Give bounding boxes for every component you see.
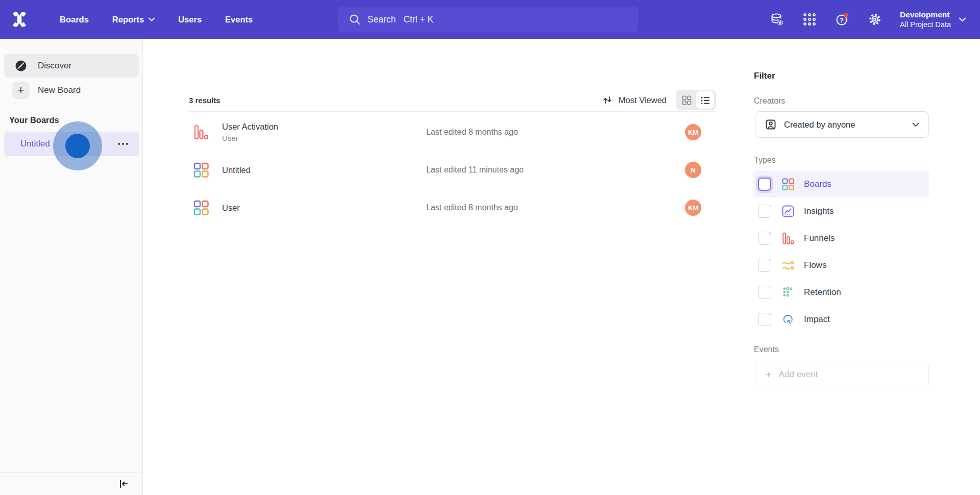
- plus-icon: +: [766, 369, 772, 380]
- type-row-insights[interactable]: Insights: [753, 197, 929, 225]
- divider: [189, 111, 716, 112]
- avatar: N: [685, 162, 701, 178]
- grid-icon: [682, 95, 692, 105]
- result-row-untitled[interactable]: Untitled Last edited 11 minutes ago N: [189, 151, 716, 189]
- person-badge-icon: [765, 118, 777, 131]
- svg-text:?: ?: [840, 16, 844, 24]
- sidebar-board-untitled[interactable]: Untitled: [4, 132, 139, 156]
- creators-dropdown[interactable]: Created by anyone: [755, 111, 929, 138]
- type-label: Retention: [804, 287, 841, 298]
- board-icon: [193, 162, 209, 178]
- type-label: Impact: [804, 314, 830, 325]
- list-icon: [700, 95, 710, 105]
- nav-item-events[interactable]: Events: [215, 10, 262, 30]
- add-event-button[interactable]: + Add event: [755, 361, 929, 388]
- filter-title: Filter: [754, 71, 775, 81]
- workspace-scope: All Project Data: [900, 20, 951, 29]
- nav-item-label: Users: [178, 15, 202, 24]
- more-options-icon[interactable]: [117, 142, 129, 145]
- search-icon: [349, 14, 360, 25]
- results-count: 3 results: [189, 96, 220, 105]
- new-board-button[interactable]: + New Board: [4, 79, 139, 102]
- type-label: Boards: [804, 179, 831, 189]
- sidebar-footer: [0, 472, 142, 495]
- search-input[interactable]: Search Ctrl + K: [338, 7, 638, 32]
- help-icon[interactable]: ?: [835, 12, 850, 27]
- result-row-user-activation[interactable]: User Activation User Last edited 8 month…: [189, 113, 716, 151]
- chevron-down-icon: [959, 17, 966, 22]
- sidebar: Discover + New Board Your Boards Untitle…: [0, 39, 143, 495]
- add-event-label: Add event: [779, 369, 818, 380]
- insights-checkbox[interactable]: [758, 205, 771, 218]
- nav-item-label: Events: [225, 15, 253, 24]
- nav-item-label: Reports: [112, 15, 144, 24]
- last-edited: Last edited 8 months ago: [426, 128, 518, 137]
- board-icon: [781, 178, 795, 191]
- primary-nav: Boards Reports Users Events: [50, 10, 262, 30]
- funnel-chart-icon: [781, 232, 795, 245]
- last-edited: Last edited 11 minutes ago: [426, 165, 524, 175]
- nav-item-label: Boards: [60, 15, 89, 24]
- chevron-down-icon: [912, 122, 919, 127]
- list-view-button[interactable]: [696, 91, 714, 109]
- view-toggle: [676, 90, 716, 110]
- plus-icon: +: [12, 82, 30, 99]
- board-name: Untitled: [20, 139, 50, 149]
- funnels-checkbox[interactable]: [758, 232, 771, 245]
- last-edited: Last edited 8 months ago: [426, 203, 518, 212]
- type-row-impact[interactable]: Impact: [753, 306, 929, 333]
- impact-icon: [781, 313, 795, 326]
- type-row-funnels[interactable]: Funnels: [753, 225, 929, 252]
- retention-checkbox[interactable]: [758, 286, 771, 299]
- compass-icon: [12, 57, 30, 75]
- creators-label: Creators: [754, 96, 785, 106]
- result-title: Untitled: [222, 165, 426, 175]
- collapse-sidebar-icon[interactable]: [118, 478, 129, 489]
- result-subtitle: User: [222, 134, 426, 142]
- apps-grid-icon[interactable]: [802, 12, 817, 27]
- type-label: Funnels: [804, 233, 835, 243]
- type-label: Insights: [804, 206, 834, 216]
- types-label: Types: [754, 156, 776, 165]
- funnel-chart-icon: [193, 124, 209, 140]
- top-nav: Boards Reports Users Events Search Ctrl …: [0, 0, 980, 39]
- workspace-name: Development: [900, 10, 951, 19]
- flows-icon: [781, 259, 795, 272]
- impact-checkbox[interactable]: [758, 313, 771, 326]
- sidebar-item-label: New Board: [38, 85, 81, 95]
- result-title: User Activation: [222, 122, 426, 132]
- notification-dot: [844, 13, 848, 18]
- sidebar-item-discover[interactable]: Discover: [4, 54, 139, 78]
- grid-view-button[interactable]: [677, 91, 696, 109]
- sort-label: Most Viewed: [619, 95, 667, 105]
- boards-checkbox[interactable]: [758, 178, 771, 191]
- data-settings-icon[interactable]: [769, 12, 785, 27]
- your-boards-heading: Your Boards: [9, 115, 59, 125]
- insights-icon: [781, 205, 795, 218]
- creators-value: Created by anyone: [784, 120, 855, 130]
- results-area: 3 results Most Viewed: [143, 39, 753, 495]
- result-title: User: [222, 203, 426, 213]
- workspace-selector[interactable]: Development All Project Data: [900, 10, 966, 29]
- events-label: Events: [754, 345, 779, 354]
- results-header: 3 results Most Viewed: [189, 86, 716, 114]
- gear-icon[interactable]: [867, 12, 883, 27]
- filter-panel: Filter Creators Created by anyone Types: [753, 39, 929, 495]
- results-list: User Activation User Last edited 8 month…: [189, 113, 716, 227]
- sort-selector[interactable]: Most Viewed: [602, 95, 667, 105]
- type-row-retention[interactable]: Retention: [753, 279, 929, 306]
- search-placeholder: Search Ctrl + K: [368, 14, 433, 25]
- sidebar-item-label: Discover: [38, 61, 71, 71]
- type-label: Flows: [804, 260, 826, 270]
- flows-checkbox[interactable]: [758, 259, 771, 272]
- nav-item-users[interactable]: Users: [168, 10, 211, 30]
- type-filter-list: Boards Insights Funnels: [753, 170, 929, 333]
- sort-arrows-icon: [602, 95, 612, 105]
- nav-item-boards[interactable]: Boards: [50, 10, 99, 30]
- nav-item-reports[interactable]: Reports: [103, 10, 164, 30]
- type-row-boards[interactable]: Boards: [753, 170, 929, 197]
- type-row-flows[interactable]: Flows: [753, 252, 929, 279]
- avatar: KM: [685, 200, 701, 216]
- result-row-user[interactable]: User Last edited 8 months ago KM: [189, 189, 716, 227]
- mixpanel-logo-icon[interactable]: [8, 8, 31, 31]
